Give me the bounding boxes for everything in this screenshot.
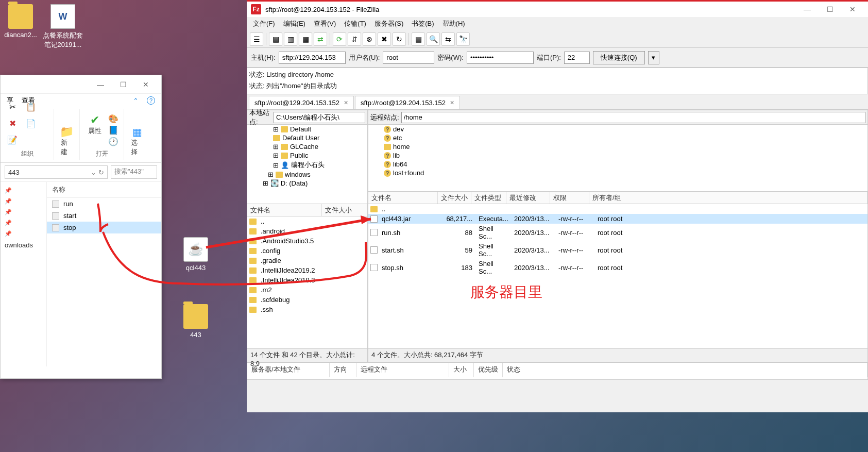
list-item-start-sh[interactable]: start.sh 59 Shell Sc... 2020/3/13... -rw… <box>368 241 867 259</box>
col-modified[interactable]: 最近修改 <box>506 192 550 204</box>
list-item-stop-sh[interactable]: stop.sh 183 Shell Sc... 2020/3/13... -rw… <box>368 259 867 276</box>
col-size[interactable]: 大小 <box>449 363 474 377</box>
maximize-button[interactable]: ☐ <box>819 2 841 17</box>
menu-server[interactable]: 服务器(S) <box>371 18 406 29</box>
layout-button[interactable]: ▤ <box>269 32 282 46</box>
close-button[interactable]: ✕ <box>134 77 157 92</box>
process-queue-button[interactable]: ⇵ <box>348 32 361 46</box>
menu-bookmarks[interactable]: 书签(B) <box>409 18 437 29</box>
local-file-list[interactable]: .. .android .AndroidStudio3.5 .config .g… <box>247 216 367 348</box>
transfer-queue-button[interactable]: ⇄ <box>314 32 327 46</box>
cut-button[interactable]: ✂ <box>5 100 20 113</box>
col-size[interactable]: 文件大小 <box>322 204 367 216</box>
list-item[interactable]: .AndroidStudio3.5 <box>247 236 367 246</box>
tree-item[interactable]: ⊞ Public <box>247 151 367 160</box>
user-input[interactable] <box>383 52 434 64</box>
menu-edit[interactable]: 编辑(E) <box>280 18 309 29</box>
col-server-local[interactable]: 服务器/本地文件 <box>247 363 330 377</box>
reconnect-button[interactable]: ↻ <box>393 32 406 46</box>
menu-help[interactable]: 帮助(H) <box>439 18 468 29</box>
quickconnect-dropdown[interactable]: ▾ <box>648 51 659 64</box>
filezilla-titlebar[interactable]: Fz sftp://root@129.204.153.152 - FileZil… <box>247 2 868 17</box>
select-button[interactable]: ▦选择 <box>128 125 146 158</box>
col-name[interactable]: 文件名 <box>368 192 438 204</box>
search-button[interactable]: 🔍 <box>427 32 440 46</box>
col-type[interactable]: 文件类型 <box>471 192 506 204</box>
col-perm[interactable]: 权限 <box>550 192 589 204</box>
tree-item[interactable]: ⊞ 👤 编程小石头 <box>247 160 367 170</box>
cancel-button[interactable]: ⊗ <box>363 32 376 46</box>
compare-button[interactable]: ⇆ <box>441 32 455 46</box>
help-icon[interactable]: ? <box>147 96 155 105</box>
copy-button[interactable]: 📋 <box>23 100 39 113</box>
history-icon[interactable]: 🕑 <box>108 136 118 146</box>
layout-button[interactable]: ▦ <box>299 32 312 46</box>
local-tree[interactable]: ⊞ Default Default User ⊞ GLCache ⊞ Publi… <box>247 125 367 204</box>
file-item-stop[interactable]: stop <box>47 222 161 233</box>
close-tab-icon[interactable]: ✕ <box>450 99 454 106</box>
message-log[interactable]: 状态: Listing directory /home 状态: 列出"/home… <box>247 68 868 94</box>
layout-button[interactable]: ▥ <box>284 32 297 46</box>
tree-item[interactable]: ⊞ windows <box>247 170 367 179</box>
minimize-button[interactable]: — <box>796 2 819 17</box>
tree-item[interactable]: ? lost+found <box>368 169 867 177</box>
nav-item[interactable]: 📌 <box>1 228 46 239</box>
connection-tab[interactable]: sftp://root@129.204.153.152✕ <box>355 96 460 109</box>
tree-item[interactable]: ? dev <box>368 125 867 133</box>
tree-item[interactable]: ? lib64 <box>368 160 867 169</box>
tree-item[interactable]: ⊞ Default <box>247 125 367 133</box>
desktop-icon-qcl443-jar[interactable]: ☕ qcl443 <box>175 237 216 272</box>
site-manager-button[interactable]: ☰ <box>250 32 263 46</box>
col-owner[interactable]: 所有者/组 <box>589 192 867 204</box>
list-item[interactable]: .scfdebug <box>247 295 367 305</box>
list-item[interactable]: .android <box>247 226 367 236</box>
col-status[interactable]: 状态 <box>503 363 867 377</box>
col-priority[interactable]: 优先级 <box>474 363 503 377</box>
col-name[interactable]: 文件名 <box>247 204 322 216</box>
delete-button[interactable]: ✖ <box>5 116 20 130</box>
tree-item[interactable]: ? etc <box>368 133 867 142</box>
open-icon[interactable]: 🎨 <box>108 113 118 124</box>
col-size[interactable]: 文件大小 <box>438 192 471 204</box>
tree-item[interactable]: ⊞ 💽 D: (Data) <box>247 179 367 188</box>
list-item[interactable]: .IntelliJIdea2019.3 <box>247 275 367 285</box>
edit-icon[interactable]: 📘 <box>108 125 118 135</box>
quickconnect-button[interactable]: 快速连接(Q) <box>593 51 645 64</box>
list-item[interactable]: .ssh <box>247 305 367 314</box>
remote-tree[interactable]: ? dev ? etc home ? lib ? lib64 ? lost+fo… <box>368 125 867 192</box>
tree-item[interactable]: ? lib <box>368 151 867 160</box>
list-item[interactable]: .config <box>247 246 367 256</box>
binoculars-button[interactable]: 🔭 <box>456 32 470 46</box>
host-input[interactable] <box>279 52 346 64</box>
filter-button[interactable]: ▤ <box>412 32 425 46</box>
list-item[interactable]: .IntelliJIdea2019.2 <box>247 265 367 275</box>
disconnect-button[interactable]: ✖ <box>378 32 391 46</box>
list-item[interactable]: .m2 <box>247 285 367 295</box>
menu-transfer[interactable]: 传输(T) <box>341 18 369 29</box>
local-path-input[interactable] <box>274 112 365 123</box>
nav-item[interactable]: 📌 <box>1 207 46 217</box>
remote-path-input[interactable] <box>401 112 865 123</box>
explorer-titlebar[interactable]: — ☐ ✕ <box>1 75 161 94</box>
menu-view[interactable]: 查看(V) <box>311 18 339 29</box>
port-input[interactable] <box>564 52 590 64</box>
list-item[interactable]: .gradle <box>247 256 367 265</box>
rename-button[interactable]: 📝 <box>5 133 20 146</box>
tree-item[interactable]: Default User <box>247 133 367 142</box>
list-item-parent[interactable]: .. <box>247 216 367 226</box>
refresh-button[interactable]: ⟳ <box>333 32 346 46</box>
file-item-run[interactable]: run <box>47 198 161 210</box>
column-name-header[interactable]: 名称 <box>47 182 161 198</box>
menu-file[interactable]: 文件(F) <box>250 18 278 29</box>
collapse-ribbon-icon[interactable]: ⌃ <box>133 97 139 105</box>
remote-file-list[interactable]: .. qcl443.jar 68,217... Executa... 2020/… <box>368 204 867 348</box>
nav-downloads[interactable]: ownloads <box>1 239 46 251</box>
close-button[interactable]: ✕ <box>841 2 864 17</box>
transfer-queue[interactable]: 服务器/本地文件 方向 远程文件 大小 优先级 状态 <box>247 362 868 380</box>
desktop-icon-doc-notes[interactable]: W 点餐系统配套笔记20191... <box>42 4 83 49</box>
col-remote-file[interactable]: 远程文件 <box>356 363 449 377</box>
close-tab-icon[interactable]: ✕ <box>344 99 348 106</box>
connection-tab[interactable]: sftp://root@129.204.153.152✕ <box>249 96 354 109</box>
maximize-button[interactable]: ☐ <box>112 77 134 92</box>
properties-button[interactable]: ✔属性 <box>86 113 104 146</box>
